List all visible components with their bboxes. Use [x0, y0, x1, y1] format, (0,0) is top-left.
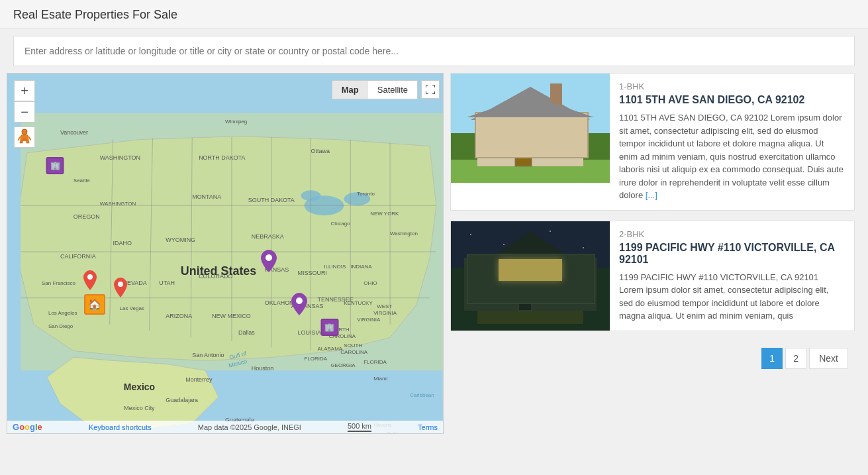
map-marker-building-sf[interactable]: 🏢: [46, 157, 64, 174]
svg-text:Dallas: Dallas: [238, 329, 255, 336]
listing-card-1: 1-BHK 1101 5TH AVE SAN DIEGO, CA 92102 1…: [450, 73, 855, 211]
map-type-controls: Map Satellite: [332, 80, 418, 99]
svg-rect-104: [464, 258, 597, 311]
svg-text:ARIZONA: ARIZONA: [166, 313, 192, 319]
svg-text:ALABAMA: ALABAMA: [317, 346, 342, 352]
listing-type-2: 2-BHK: [619, 229, 845, 239]
svg-rect-96: [550, 83, 562, 107]
svg-text:NEW MEXICO: NEW MEXICO: [212, 313, 251, 319]
map-type-satellite-button[interactable]: Satellite: [368, 81, 417, 99]
listing-info-1: 1-BHK 1101 5TH AVE SAN DIEGO, CA 92102 1…: [610, 74, 854, 210]
svg-text:San Francisco: San Francisco: [42, 280, 76, 286]
svg-text:MISSOURI: MISSOURI: [298, 270, 327, 276]
svg-point-85: [296, 297, 303, 304]
map-marker-purple-2[interactable]: [291, 293, 307, 318]
svg-text:OREGON: OREGON: [73, 213, 100, 220]
svg-text:Las Vegas: Las Vegas: [120, 305, 144, 311]
svg-text:WYOMING: WYOMING: [166, 237, 195, 243]
svg-text:WASHINGTON: WASHINGTON: [100, 201, 136, 207]
svg-text:WEST: WEST: [377, 303, 392, 309]
page-button-2[interactable]: 2: [785, 348, 806, 369]
svg-text:Vancouver: Vancouver: [60, 129, 88, 136]
map-keyboard-shortcuts[interactable]: Keyboard shortcuts: [89, 423, 152, 431]
map-fullscreen-button[interactable]: [421, 80, 440, 99]
listing-image-1: [451, 74, 610, 183]
zoom-in-button[interactable]: +: [14, 80, 35, 101]
svg-point-84: [265, 254, 272, 261]
svg-text:WASHINGTON: WASHINGTON: [100, 154, 140, 161]
svg-text:Mexico City: Mexico City: [124, 405, 155, 411]
svg-text:Mexico: Mexico: [124, 382, 155, 392]
svg-text:Miami: Miami: [373, 376, 387, 382]
svg-text:CAROLINA: CAROLINA: [340, 349, 367, 355]
svg-rect-108: [491, 266, 527, 289]
svg-text:UTAH: UTAH: [159, 280, 175, 286]
svg-line-80: [18, 136, 21, 140]
svg-text:Toronto: Toronto: [357, 191, 375, 197]
listing-info-2: 2-BHK 1199 PACIFIC HWY #110 VICTORVILLE,…: [610, 221, 854, 331]
svg-text:San Diego: San Diego: [48, 323, 73, 329]
listings-container: 1-BHK 1101 5TH AVE SAN DIEGO, CA 92102 1…: [444, 73, 861, 434]
svg-rect-111: [518, 291, 532, 311]
map-marker-purple-1[interactable]: [261, 250, 277, 275]
svg-text:Ottawa: Ottawa: [311, 148, 330, 154]
map-marker-red-1[interactable]: [83, 270, 97, 293]
zoom-out-button[interactable]: −: [14, 101, 35, 123]
pagination: 1 2 Next: [450, 341, 855, 376]
svg-text:GEORGIA: GEORGIA: [330, 362, 356, 368]
map-marker-house[interactable]: 🏠: [84, 294, 105, 315]
listing-desc-1: 1101 5TH AVE SAN DIEGO, CA 92102 Lorem i…: [619, 111, 845, 202]
svg-text:IDAHO: IDAHO: [113, 240, 132, 246]
svg-point-82: [87, 274, 93, 280]
svg-text:Washington: Washington: [390, 231, 418, 237]
svg-text:NORTH DAKOTA: NORTH DAKOTA: [199, 154, 245, 161]
svg-text:NEW YORK: NEW YORK: [370, 211, 399, 217]
next-page-button[interactable]: Next: [809, 348, 848, 369]
map-marker-building-fl[interactable]: 🏢: [320, 319, 338, 336]
svg-text:FLORIDA: FLORIDA: [305, 356, 328, 362]
map-type-map-button[interactable]: Map: [332, 81, 368, 99]
map-marker-red-2[interactable]: [114, 278, 127, 300]
svg-rect-95: [515, 150, 532, 166]
map-terms[interactable]: Terms: [418, 423, 438, 431]
svg-text:United States: United States: [181, 264, 257, 278]
svg-text:SOUTH: SOUTH: [344, 343, 362, 348]
svg-text:Monterrey: Monterrey: [185, 376, 213, 383]
map-scale: 500 km: [348, 422, 371, 432]
svg-text:MONTANA: MONTANA: [192, 193, 221, 200]
svg-text:Winnipeg: Winnipeg: [225, 119, 247, 125]
svg-text:Seattle: Seattle: [73, 178, 90, 184]
svg-text:Los Angeles: Los Angeles: [48, 310, 77, 316]
svg-text:Caribbean: Caribbean: [410, 392, 434, 398]
svg-text:CALIFORNIA: CALIFORNIA: [60, 253, 96, 260]
svg-text:OHIO: OHIO: [363, 280, 377, 286]
page-button-1[interactable]: 1: [761, 348, 783, 369]
svg-text:VIRGINIA: VIRGINIA: [373, 310, 397, 316]
pegman-button[interactable]: ▲: [14, 127, 35, 148]
svg-rect-110: [477, 311, 583, 324]
map-data-attribution: Map data ©2025 Google, INEGI: [198, 423, 301, 431]
svg-point-79: [22, 129, 27, 134]
svg-point-100: [503, 244, 505, 245]
svg-rect-106: [494, 268, 524, 288]
map-zoom-controls: + −: [14, 80, 35, 123]
svg-rect-94: [554, 130, 573, 146]
svg-rect-92: [487, 130, 507, 146]
svg-rect-109: [534, 266, 570, 289]
listing-read-more-1[interactable]: [...]: [646, 190, 657, 200]
svg-text:ILLINOIS: ILLINOIS: [324, 264, 346, 270]
listing-desc-2: 1199 PACIFIC HWY #110 VICTORVILLE, CA 92…: [619, 271, 845, 323]
page-title: Real Esate Properties For Sale: [13, 8, 855, 22]
search-input[interactable]: [14, 36, 854, 66]
svg-rect-107: [537, 268, 567, 288]
listing-title-1[interactable]: 1101 5TH AVE SAN DIEGO, CA 92102: [619, 94, 845, 106]
listing-title-2[interactable]: 1199 PACIFIC HWY #110 VICTORVILLE, CA 92…: [619, 242, 845, 266]
svg-text:Houston: Houston: [252, 365, 273, 372]
svg-text:INDIANA: INDIANA: [350, 264, 372, 270]
svg-line-81: [28, 136, 31, 140]
svg-text:San Antonio: San Antonio: [192, 352, 224, 358]
svg-text:FLORIDA: FLORIDA: [363, 359, 387, 365]
svg-text:Chicago: Chicago: [330, 221, 350, 227]
google-logo: Google: [13, 422, 42, 432]
svg-text:VIRGINIA: VIRGINIA: [357, 317, 381, 323]
